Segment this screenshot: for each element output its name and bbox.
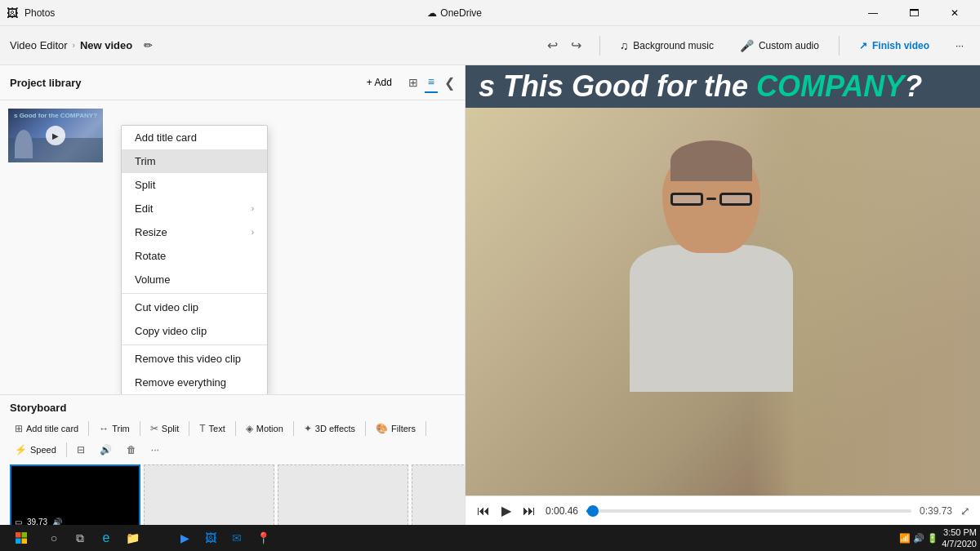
sb-motion-label: Motion: [256, 424, 283, 433]
clip-placeholder-3[interactable]: [412, 464, 465, 530]
maximize-button[interactable]: 🗖: [895, 0, 933, 26]
ctx-add-title-card[interactable]: Add title card: [122, 126, 267, 149]
ctx-remove-everything[interactable]: Remove everything: [122, 371, 267, 394]
zoom-taskbar-icon[interactable]: ▶: [173, 527, 196, 549]
ctx-arrow-edit: ›: [252, 204, 254, 213]
sb-3d-label: 3D effects: [315, 424, 355, 433]
sb-text-button[interactable]: T Text: [194, 420, 230, 437]
ctx-rotate[interactable]: Rotate: [122, 244, 267, 268]
sb-trim-button[interactable]: ↔ Trim: [94, 420, 135, 437]
file-explorer-taskbar-icon[interactable]: 📁: [121, 527, 144, 549]
photos-icon: 🖼: [7, 7, 18, 20]
svg-rect-0: [16, 532, 21, 538]
speed-icon: ⚡: [15, 444, 27, 455]
system-tray: 📶 🔊 🔋: [899, 533, 938, 544]
undo-button[interactable]: ↩: [542, 34, 563, 56]
thumb-text: s Good for the COMPANY?: [11, 112, 100, 120]
grid-view-button[interactable]: ⊞: [405, 72, 421, 93]
background-music-button[interactable]: ♫ Background music: [613, 36, 720, 56]
sb-add-title-card[interactable]: ⊞ Add title card: [10, 420, 83, 437]
more-options-button[interactable]: ···: [949, 37, 970, 55]
sb-filters-button[interactable]: 🎨 Filters: [371, 420, 421, 437]
effects-icon: ✦: [304, 423, 312, 434]
add-media-button[interactable]: + Add: [360, 73, 399, 91]
sb-3d-effects-button[interactable]: ✦ 3D effects: [299, 420, 360, 437]
mail-taskbar-icon[interactable]: ✉: [225, 527, 248, 549]
sb-volume-button[interactable]: 🔊: [95, 442, 117, 458]
ctx-copy-clip[interactable]: Copy video clip: [122, 319, 267, 343]
progress-bar[interactable]: [586, 509, 911, 513]
person-area: [466, 108, 980, 495]
more-icon: ···: [151, 444, 159, 455]
volume-tray-icon[interactable]: 🔊: [913, 533, 924, 544]
person-head: [662, 147, 760, 253]
custom-audio-button[interactable]: 🎤 Custom audio: [733, 36, 826, 56]
edge-taskbar-icon[interactable]: e: [95, 527, 118, 549]
edit-title-icon[interactable]: ✏: [144, 39, 153, 51]
sb-trim-label: Trim: [112, 424, 130, 433]
sb-text-label: Text: [209, 424, 225, 433]
ctx-remove-clip[interactable]: Remove this video clip: [122, 347, 267, 371]
maps-taskbar-icon[interactable]: 📍: [252, 527, 274, 549]
sb-divider-4: [235, 421, 236, 436]
close-button[interactable]: ✕: [936, 0, 973, 26]
sb-more-button[interactable]: ···: [146, 442, 164, 458]
fullscreen-button[interactable]: ⤢: [960, 504, 970, 518]
battery-icon[interactable]: 🔋: [927, 533, 938, 544]
photos-taskbar-icon[interactable]: 🖼: [199, 527, 222, 549]
ctx-split[interactable]: Split: [122, 173, 267, 197]
play-pause-button[interactable]: ▶: [500, 501, 513, 520]
library-controls: + Add ⊞ ≡ ❮: [360, 72, 455, 93]
ctx-edit[interactable]: Edit ›: [122, 197, 267, 220]
list-view-button[interactable]: ≡: [425, 72, 438, 93]
wifi-icon[interactable]: 📶: [899, 533, 911, 544]
person-figure: [597, 147, 826, 496]
finish-video-button[interactable]: ↗ Finish video: [853, 37, 936, 55]
search-taskbar-button[interactable]: ○: [42, 527, 65, 549]
sb-motion-button[interactable]: ◈ Motion: [241, 420, 288, 437]
step-forward-button[interactable]: ⏭: [521, 502, 537, 520]
start-button[interactable]: [3, 525, 39, 551]
sb-delete-button[interactable]: 🗑: [122, 442, 141, 458]
collapse-panel-button[interactable]: ❮: [444, 75, 455, 91]
play-overlay-button[interactable]: ▶: [46, 126, 65, 145]
clip-placeholder-2[interactable]: [278, 464, 408, 530]
ctx-cut-clip[interactable]: Cut video clip: [122, 295, 267, 319]
system-clock[interactable]: 3:50 PM 4/7/2020: [942, 527, 977, 550]
clock-date: 4/7/2020: [942, 538, 977, 549]
sb-split-button[interactable]: ✂ Split: [145, 420, 184, 437]
breadcrumb-separator: ›: [73, 41, 75, 50]
resize-icon: ⊟: [77, 444, 85, 455]
step-back-button[interactable]: ⏮: [475, 502, 492, 520]
svg-rect-2: [16, 539, 21, 544]
ctx-trim[interactable]: Trim: [122, 149, 267, 173]
video-editor-link[interactable]: Video Editor: [10, 39, 68, 51]
banner-text-part1: s This Good for the: [479, 69, 756, 103]
sb-divider-3: [189, 421, 189, 436]
background-music-label: Background music: [633, 40, 714, 51]
ctx-arrow-resize: ›: [252, 228, 254, 237]
library-item[interactable]: s Good for the COMPANY? ▶: [7, 107, 105, 164]
context-menu: Add title card Trim Split Edit › Resize …: [121, 125, 268, 394]
toolbar-right: ↩ ↪ ♫ Background music 🎤 Custom audio ↗ …: [542, 34, 970, 56]
ctx-resize[interactable]: Resize ›: [122, 220, 267, 244]
clip-placeholder-1[interactable]: [144, 464, 274, 530]
person-torso: [630, 245, 793, 392]
clip-item-1[interactable]: ▭ 39.73 🔊: [10, 464, 140, 530]
view-toggle: ⊞ ≡: [405, 72, 438, 93]
minimize-button[interactable]: —: [854, 0, 892, 26]
storyboard-title: Storyboard: [10, 402, 66, 414]
redo-button[interactable]: ↪: [566, 34, 586, 56]
task-view-button[interactable]: ⧉: [69, 527, 91, 549]
sb-resize-button[interactable]: ⊟: [72, 442, 90, 458]
progress-thumb[interactable]: [587, 505, 599, 517]
person-glasses: [670, 192, 752, 207]
chrome-taskbar-icon[interactable]: ⬤: [147, 527, 170, 549]
finish-video-label: Finish video: [872, 40, 929, 51]
ctx-volume[interactable]: Volume: [122, 268, 267, 291]
storyboard-toolbar: ⊞ Add title card ↔ Trim ✂ Split T Text: [0, 420, 465, 461]
glass-bridge: [706, 198, 715, 200]
sb-add-title-label: Add title card: [26, 424, 78, 433]
sb-speed-button[interactable]: ⚡ Speed: [10, 442, 61, 458]
ctx-separator-2: [122, 344, 267, 345]
